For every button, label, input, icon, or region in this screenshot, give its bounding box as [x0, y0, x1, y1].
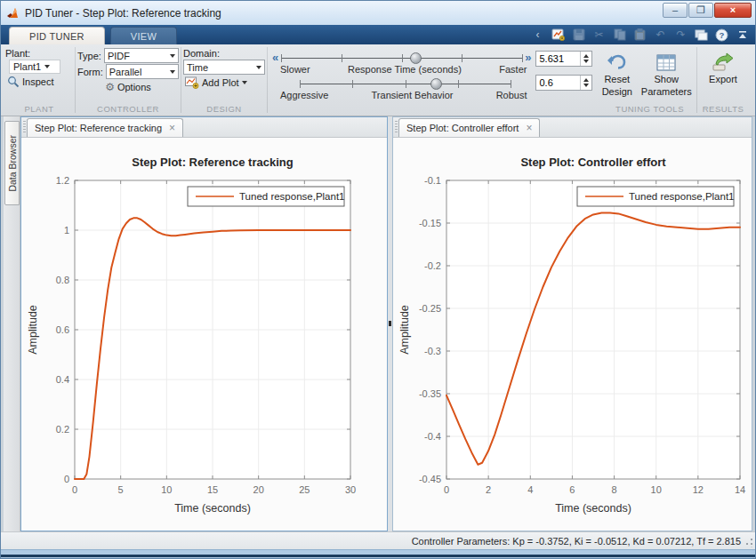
- svg-text:-0.35: -0.35: [418, 388, 440, 399]
- resize-grip[interactable]: [744, 538, 753, 547]
- redo-icon[interactable]: ↷: [673, 28, 688, 42]
- section-plant: Plant: Plant1 Inspect PLANT: [4, 44, 75, 116]
- svg-text:25: 25: [299, 484, 310, 495]
- transient-behavior-slider-thumb[interactable]: [430, 78, 442, 90]
- response-time-slider[interactable]: [281, 52, 522, 64]
- tab-controller-effort[interactable]: Step Plot: Controller effort ×: [398, 118, 540, 137]
- collapse-ribbon-icon[interactable]: [735, 28, 750, 42]
- transient-behavior-slider[interactable]: [300, 77, 511, 90]
- svg-text:1: 1: [63, 225, 68, 236]
- reference-tracking-panel: Step Plot: Reference tracking × 05101520…: [20, 116, 388, 531]
- panel-divider[interactable]: [388, 116, 392, 531]
- svg-text:5: 5: [117, 484, 123, 495]
- left-panel-tabbar: Step Plot: Reference tracking ×: [21, 117, 387, 138]
- section-design: Domain: Time Add Plot DESIGN: [181, 44, 267, 116]
- svg-text:-0.1: -0.1: [424, 175, 441, 186]
- domain-label: Domain:: [183, 48, 220, 59]
- svg-text:8: 8: [611, 484, 616, 495]
- svg-text:10: 10: [161, 484, 172, 495]
- svg-text:-0.4: -0.4: [424, 431, 441, 442]
- export-button[interactable]: Export: [699, 47, 747, 86]
- tab-view[interactable]: VIEW: [110, 27, 177, 44]
- add-plot-button[interactable]: Add Plot: [183, 76, 265, 90]
- svg-text:2: 2: [486, 484, 491, 495]
- tab-pid-tuner[interactable]: PID TUNER: [9, 27, 105, 44]
- svg-text:Step Plot: Controller effort: Step Plot: Controller effort: [520, 156, 666, 169]
- inspect-button[interactable]: Inspect: [5, 75, 73, 89]
- maximize-button[interactable]: ❐: [688, 3, 713, 18]
- new-figure-icon[interactable]: [551, 28, 566, 42]
- window-title: PID Tuner - Step Plot: Reference trackin…: [25, 7, 221, 20]
- type-dropdown[interactable]: PIDF: [104, 48, 179, 63]
- window-bottom-frame: [1, 549, 755, 557]
- reference-tracking-figure: 05101520253000.20.40.60.811.2Step Plot: …: [21, 138, 387, 531]
- controller-effort-panel: Step Plot: Controller effort × 024681012…: [392, 116, 752, 531]
- drag-grip[interactable]: [395, 121, 398, 133]
- svg-text:Amplitude: Amplitude: [27, 305, 39, 355]
- section-label-controller: CONTROLLER: [77, 102, 179, 116]
- svg-text:6: 6: [569, 484, 575, 495]
- close-button[interactable]: ×: [714, 3, 752, 18]
- type-label: Type:: [77, 51, 101, 61]
- options-button[interactable]: ⚙ Options: [77, 80, 179, 94]
- section-label-tuning-tools: TUNING TOOLS: [269, 102, 695, 116]
- splitter-handle[interactable]: [389, 321, 391, 326]
- svg-text:0: 0: [71, 484, 76, 495]
- slider-label-robust: Robust: [496, 90, 527, 100]
- close-tab-icon[interactable]: ×: [169, 123, 175, 133]
- spinner-arrows[interactable]: [580, 52, 591, 66]
- spinner-arrows[interactable]: [580, 76, 591, 90]
- drag-grip[interactable]: [23, 121, 26, 133]
- data-browser-strip: Data Browser: [4, 116, 20, 531]
- main-area: Data Browser Step Plot: Reference tracki…: [1, 116, 755, 531]
- svg-text:0: 0: [63, 474, 68, 484]
- copy-icon[interactable]: [612, 28, 627, 42]
- window-layout-icon[interactable]: [694, 28, 709, 42]
- svg-text:30: 30: [344, 484, 355, 495]
- show-parameters-button[interactable]: Show Parameters: [639, 47, 695, 102]
- close-tab-icon[interactable]: ×: [526, 123, 532, 133]
- transient-behavior-spinner[interactable]: 0.6: [535, 75, 591, 91]
- svg-text:Tuned response,Plant1: Tuned response,Plant1: [239, 191, 345, 202]
- tab-reference-tracking[interactable]: Step Plot: Reference tracking ×: [27, 118, 183, 137]
- help-icon[interactable]: ?: [714, 28, 729, 42]
- data-browser-tab[interactable]: Data Browser: [4, 121, 20, 205]
- undo-icon[interactable]: ↶: [653, 28, 668, 42]
- chevron-down-icon: [44, 65, 50, 68]
- paste-icon[interactable]: [632, 28, 647, 42]
- response-time-slider-thumb[interactable]: [410, 52, 422, 64]
- svg-text:1.2: 1.2: [55, 175, 68, 186]
- plant-dropdown[interactable]: Plant1: [9, 60, 60, 74]
- export-icon: [712, 51, 735, 74]
- svg-text:0.2: 0.2: [55, 424, 68, 435]
- svg-text:-0.45: -0.45: [418, 474, 440, 484]
- svg-text:Time (seconds): Time (seconds): [174, 502, 251, 515]
- form-dropdown[interactable]: Parallel: [106, 64, 179, 79]
- svg-text:0.8: 0.8: [55, 275, 68, 285]
- response-time-spinner[interactable]: 5.631: [535, 51, 591, 67]
- controller-effort-chart: 02468101214-0.45-0.4-0.35-0.3-0.25-0.2-0…: [395, 138, 751, 527]
- ribbon-toolbar: Plant: Plant1 Inspect PLANT Type: PIDF F: [1, 44, 755, 116]
- svg-text:Step Plot: Reference tracking: Step Plot: Reference tracking: [132, 156, 293, 169]
- titlebar[interactable]: PID Tuner - Step Plot: Reference trackin…: [1, 1, 755, 25]
- slower-chevron-button[interactable]: «: [269, 52, 281, 63]
- faster-chevron-button[interactable]: »: [522, 52, 534, 63]
- cut-icon[interactable]: ✂: [591, 28, 607, 42]
- minimize-button[interactable]: –: [663, 3, 688, 18]
- svg-text:10: 10: [650, 484, 661, 495]
- svg-text:0.6: 0.6: [55, 324, 68, 335]
- quick-access-toolbar: ‹ ✂ ↶ ↷ ?: [530, 25, 750, 44]
- gear-icon: ⚙: [105, 81, 115, 93]
- save-icon[interactable]: [571, 28, 586, 42]
- controller-effort-figure: 02468101214-0.45-0.4-0.35-0.3-0.25-0.2-0…: [393, 138, 752, 531]
- magnifier-icon: [7, 76, 20, 88]
- svg-text:20: 20: [253, 484, 263, 495]
- reference-tracking-chart: 05101520253000.20.40.60.811.2Step Plot: …: [23, 138, 386, 527]
- status-bar: Controller Parameters: Kp = -0.3752, Ki …: [1, 531, 755, 549]
- domain-dropdown[interactable]: Time: [183, 60, 265, 75]
- matlab-logo-icon: [6, 7, 20, 20]
- reset-design-button[interactable]: Reset Design: [596, 47, 639, 102]
- ribbon-tab-strip: PID TUNER VIEW ‹ ✂ ↶ ↷ ?: [1, 25, 755, 44]
- svg-text:15: 15: [206, 484, 217, 495]
- chevron-down-icon: [256, 66, 261, 69]
